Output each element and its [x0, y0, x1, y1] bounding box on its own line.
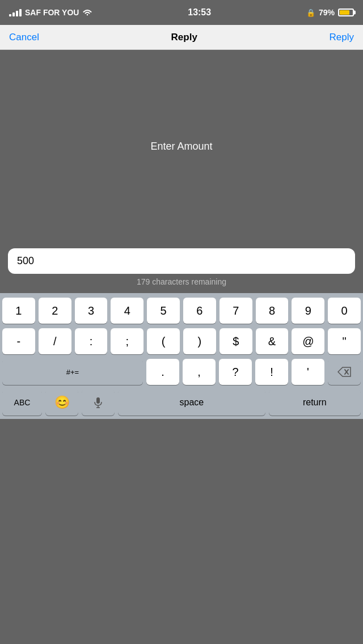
key-exclaim[interactable]: !: [255, 359, 288, 385]
key-apostrophe[interactable]: ': [292, 359, 324, 385]
key-6[interactable]: 6: [183, 298, 216, 324]
key-0[interactable]: 0: [328, 298, 361, 324]
status-left: SAF FOR YOU: [9, 8, 92, 17]
delete-key[interactable]: [328, 359, 361, 385]
enter-amount-label: Enter Amount: [150, 141, 212, 152]
wifi-icon: [82, 9, 92, 16]
delete-icon: [337, 367, 351, 377]
key-1[interactable]: 1: [2, 298, 35, 324]
carrier-label: SAF FOR YOU: [25, 8, 79, 17]
mic-icon: [94, 397, 102, 408]
battery-percent: 79%: [319, 8, 335, 17]
key-period[interactable]: .: [146, 359, 179, 385]
reply-button[interactable]: Reply: [330, 32, 354, 43]
content-area: Enter Amount: [0, 50, 363, 243]
key-4[interactable]: 4: [111, 298, 143, 324]
key-3[interactable]: 3: [75, 298, 108, 324]
input-area: 179 characters remaining: [0, 243, 363, 293]
key-close-paren[interactable]: ): [183, 328, 216, 354]
keyboard-row-more-symbols: #+= . , ? ! ': [2, 359, 361, 385]
key-5[interactable]: 5: [147, 298, 180, 324]
battery-icon: [338, 9, 354, 16]
keyboard-row-numbers: 1 2 3 4 5 6 7 8 9 0: [2, 298, 361, 324]
key-quote[interactable]: ": [328, 328, 361, 354]
cancel-button[interactable]: Cancel: [9, 32, 39, 43]
nav-bar: Cancel Reply Reply: [0, 25, 363, 50]
key-abc[interactable]: ABC: [2, 389, 42, 416]
key-7[interactable]: 7: [220, 298, 252, 324]
key-8[interactable]: 8: [256, 298, 289, 324]
amount-input[interactable]: [8, 248, 355, 274]
key-open-paren[interactable]: (: [147, 328, 180, 354]
keyboard-row-symbols: - / : ; ( ) $ & @ ": [2, 328, 361, 354]
key-minus[interactable]: -: [2, 328, 35, 354]
status-right: 🔒 79%: [306, 8, 354, 17]
key-mic[interactable]: [82, 389, 115, 416]
keyboard-row-bottom: ABC 😊 space return: [2, 389, 361, 416]
status-time: 13:53: [188, 7, 211, 18]
key-space[interactable]: space: [118, 389, 265, 416]
status-bar: SAF FOR YOU 13:53 🔒 79%: [0, 0, 363, 25]
signal-bars-icon: [9, 9, 22, 16]
keyboard: 1 2 3 4 5 6 7 8 9 0 - / : ; ( ) $ & @ " …: [0, 293, 363, 419]
key-dollar[interactable]: $: [220, 328, 252, 354]
key-question[interactable]: ?: [219, 359, 252, 385]
key-comma[interactable]: ,: [183, 359, 216, 385]
key-2[interactable]: 2: [39, 298, 71, 324]
key-semicolon[interactable]: ;: [111, 328, 143, 354]
nav-title: Reply: [171, 32, 197, 43]
key-symbol-switch[interactable]: #+=: [2, 359, 143, 385]
svg-rect-2: [96, 397, 100, 404]
battery-fill: [340, 10, 349, 15]
lock-icon: 🔒: [306, 9, 315, 17]
key-emoji[interactable]: 😊: [45, 389, 78, 416]
key-slash[interactable]: /: [39, 328, 71, 354]
key-9[interactable]: 9: [292, 298, 324, 324]
key-return[interactable]: return: [269, 389, 361, 416]
key-at[interactable]: @: [292, 328, 324, 354]
char-count-label: 179 characters remaining: [8, 277, 355, 289]
key-ampersand[interactable]: &: [256, 328, 289, 354]
key-colon[interactable]: :: [75, 328, 108, 354]
